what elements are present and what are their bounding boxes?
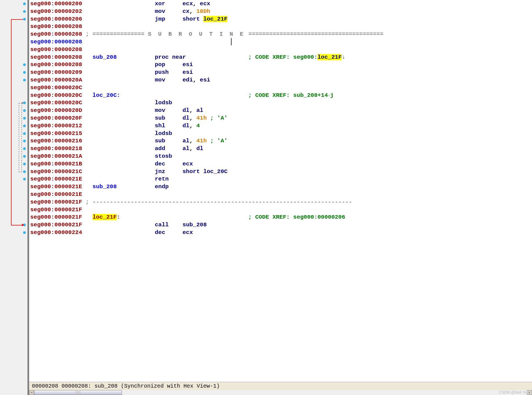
disasm-line[interactable]: seg000:00000209 push esi bbox=[30, 69, 532, 76]
xref-comment: ; CODE XREF: sub_208+14 bbox=[248, 92, 328, 98]
disasm-line[interactable]: seg000:00000202 mov cx, 18Dh bbox=[30, 8, 532, 15]
breakpoint-dot[interactable] bbox=[23, 231, 26, 234]
disasm-line[interactable]: seg000:0000021E retn bbox=[30, 175, 532, 183]
ida-disassembly-view: seg000:00000200 xor ecx, ecxseg000:00000… bbox=[0, 0, 532, 395]
breakpoint-dot[interactable] bbox=[23, 147, 26, 150]
scroll-track[interactable] bbox=[34, 390, 527, 395]
address: seg000:00000212 bbox=[30, 123, 82, 129]
disassembly-listing[interactable]: seg000:00000200 xor ecx, ecxseg000:00000… bbox=[29, 0, 532, 395]
label: loc_20C: bbox=[93, 92, 120, 98]
disasm-line[interactable]: seg000:00000216 sub al, 41h ; 'A' bbox=[30, 137, 532, 145]
address: seg000:00000206 bbox=[30, 16, 82, 22]
address: seg000:0000020A bbox=[30, 77, 82, 83]
address: seg000:00000208 bbox=[30, 31, 82, 37]
disasm-line[interactable]: seg000:00000224 dec ecx bbox=[30, 229, 532, 236]
disasm-line[interactable]: seg000:00000208 sub_208 proc near ; CODE… bbox=[30, 53, 532, 61]
disasm-line[interactable]: seg000:0000020F sub dl, 41h ; 'A' bbox=[30, 114, 532, 122]
address: seg000:0000021C bbox=[30, 168, 82, 175]
operand: 41h bbox=[196, 138, 207, 144]
disasm-line[interactable]: seg000:0000021F call sub_208 bbox=[30, 221, 532, 229]
operand: ; 'A' bbox=[207, 115, 228, 121]
mnemonic: lodsb bbox=[155, 100, 172, 106]
mnemonic: mov bbox=[155, 8, 165, 15]
disasm-line[interactable]: seg000:0000021A stosb bbox=[30, 153, 532, 160]
operand: , bbox=[190, 8, 196, 15]
operand: , bbox=[190, 115, 196, 121]
breakpoint-dot[interactable] bbox=[23, 10, 26, 13]
mnemonic: add bbox=[155, 145, 165, 152]
disasm-line[interactable]: seg000:0000021F loc_21F: ; CODE XREF: se… bbox=[30, 213, 532, 221]
breakpoint-dot[interactable] bbox=[23, 155, 26, 158]
address: seg000:00000209 bbox=[30, 69, 82, 75]
breakpoint-dot[interactable] bbox=[23, 132, 26, 135]
address: seg000:00000200 bbox=[30, 1, 82, 7]
mnemonic: retn bbox=[155, 176, 169, 182]
mnemonic: xor bbox=[155, 1, 165, 7]
address: seg000:00000215 bbox=[30, 130, 82, 137]
operand: ecx bbox=[183, 229, 193, 236]
disasm-line[interactable]: seg000:0000021E sub_208 endp bbox=[30, 183, 532, 191]
disasm-line[interactable]: seg000:0000020C lodsb bbox=[30, 99, 532, 107]
xref-comment: loc_21F bbox=[317, 54, 342, 60]
breakpoint-dot[interactable] bbox=[23, 79, 26, 81]
disasm-line[interactable]: seg000:00000212 shl dl, 4 bbox=[30, 122, 532, 130]
disasm-line[interactable]: seg000:0000021B dec ecx bbox=[30, 160, 532, 168]
operand: dl bbox=[183, 123, 190, 129]
disasm-line[interactable]: seg000:00000208 bbox=[30, 38, 532, 46]
disasm-line[interactable]: seg000:00000200 xor ecx, ecx bbox=[30, 0, 532, 8]
operand: dl bbox=[183, 107, 190, 114]
scroll-left-button[interactable]: ◂ bbox=[29, 390, 34, 395]
label: sub_208 bbox=[93, 184, 117, 190]
mnemonic: call bbox=[155, 222, 169, 228]
disasm-line[interactable]: seg000:00000218 add al, dl bbox=[30, 145, 532, 153]
operand: , bbox=[193, 77, 200, 83]
xref-comment: ; CODE XREF: seg000: bbox=[248, 54, 317, 60]
breakpoint-dot[interactable] bbox=[23, 178, 26, 180]
mnemonic: sub bbox=[155, 115, 165, 121]
xref-comment: ↓ bbox=[342, 54, 345, 60]
horizontal-scrollbar[interactable]: ◂ ▸ bbox=[29, 390, 532, 395]
breakpoint-dot[interactable] bbox=[23, 117, 26, 120]
address: seg000:0000020C bbox=[30, 100, 82, 106]
disasm-line[interactable]: seg000:0000021F ; ----------------------… bbox=[30, 198, 532, 206]
breakpoint-dot[interactable] bbox=[23, 170, 26, 173]
operand: ecx bbox=[183, 161, 193, 167]
disasm-line[interactable]: seg000:00000206 jmp short loc_21F bbox=[30, 15, 532, 23]
breakpoint-dot[interactable] bbox=[23, 125, 26, 127]
jump-arrow bbox=[11, 19, 12, 225]
operand: cx bbox=[183, 8, 190, 15]
loop-arrowhead-icon bbox=[22, 102, 24, 104]
disasm-line[interactable]: seg000:0000021C jnz short loc_20C bbox=[30, 168, 532, 176]
address: seg000:0000021E bbox=[30, 176, 82, 182]
breakpoint-dot[interactable] bbox=[23, 71, 26, 74]
mnemonic: proc bbox=[155, 54, 169, 60]
scroll-thumb[interactable] bbox=[34, 390, 122, 395]
operand: al bbox=[183, 145, 190, 152]
disasm-line[interactable]: seg000:00000215 lodsb bbox=[30, 130, 532, 137]
breakpoint-dot[interactable] bbox=[23, 63, 26, 66]
disasm-line[interactable]: seg000:0000020C bbox=[30, 84, 532, 92]
text-cursor bbox=[231, 38, 232, 45]
disasm-line[interactable]: seg000:0000020A mov edi, esi bbox=[30, 76, 532, 84]
operand: ; 'A' bbox=[207, 138, 228, 144]
breakpoint-dot[interactable] bbox=[23, 109, 26, 112]
disasm-line[interactable]: seg000:0000020D mov dl, al bbox=[30, 107, 532, 114]
breakpoint-dot[interactable] bbox=[23, 140, 26, 142]
status-text: 00000208 00000208: sub_208 (Synchronized… bbox=[32, 383, 220, 389]
address: seg000:0000021E bbox=[30, 191, 82, 198]
jump-arrowhead-icon bbox=[22, 224, 24, 226]
address: seg000:0000021F bbox=[30, 222, 82, 228]
disasm-line[interactable]: seg000:00000208 ; =============== S U B … bbox=[30, 30, 532, 38]
breakpoint-dot[interactable] bbox=[23, 18, 26, 21]
breakpoint-dot[interactable] bbox=[23, 163, 26, 165]
operand: 41h bbox=[196, 115, 207, 121]
disasm-line[interactable]: seg000:00000208 bbox=[30, 46, 532, 53]
disasm-line[interactable]: seg000:00000208 pop esi bbox=[30, 61, 532, 69]
disasm-line[interactable]: seg000:0000020C loc_20C: ; CODE XREF: su… bbox=[30, 92, 532, 99]
disasm-line[interactable]: seg000:0000021F bbox=[30, 206, 532, 214]
disasm-line[interactable]: seg000:0000021E bbox=[30, 191, 532, 198]
mnemonic: stosb bbox=[155, 153, 172, 159]
mnemonic: mov bbox=[155, 77, 165, 83]
disasm-line[interactable]: seg000:00000208 bbox=[30, 23, 532, 30]
breakpoint-dot[interactable] bbox=[23, 2, 26, 5]
